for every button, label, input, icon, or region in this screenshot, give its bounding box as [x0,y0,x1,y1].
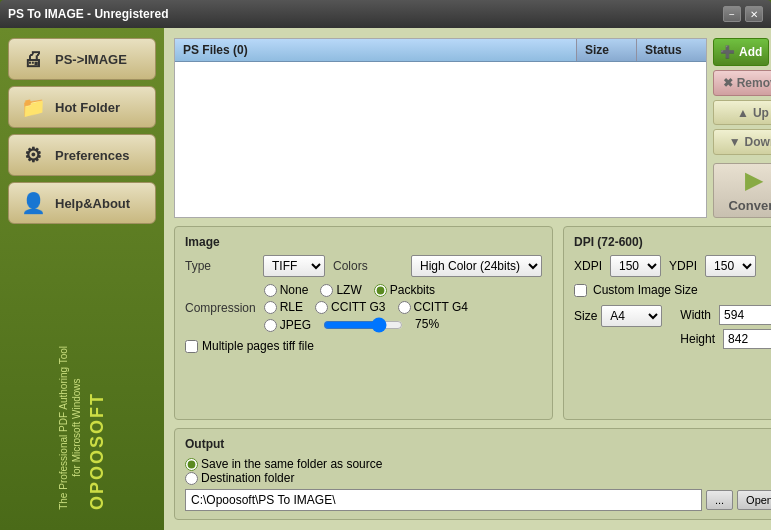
lzw-radio[interactable] [320,284,333,297]
image-settings-title: Image [185,235,542,249]
ccittg3-radio[interactable] [315,301,328,314]
sidebar-item-label: PS->IMAGE [55,52,127,67]
width-row: Width [680,305,771,325]
jpeg-option[interactable]: JPEG [264,317,311,333]
dest-folder-item[interactable]: Destination folder [185,471,294,485]
minimize-button[interactable]: − [723,6,741,22]
rle-radio[interactable] [264,301,277,314]
dest-folder-option: Destination folder [185,471,771,485]
dpi-title: DPI (72-600) [574,235,771,249]
width-label: Width [680,308,711,322]
height-row: Height [680,329,771,349]
output-area: Output Save in the same folder as source… [174,428,771,520]
settings-area: Image Type TIFF JPEG PNG BMP Colors High… [174,226,771,420]
down-icon: ▼ [729,135,741,149]
dpi-row: XDPI 7296100150200300600 YDPI 7296100150… [574,255,771,277]
sidebar-item-help-about[interactable]: 👤 Help&About [8,182,156,224]
close-button[interactable]: ✕ [745,6,763,22]
remove-label: Remove [737,76,771,90]
compression-row-1: None LZW Packbits [264,283,468,297]
size-label: Size [574,309,597,323]
ccittg4-option[interactable]: CCITT G4 [398,300,468,314]
add-label: Add [739,45,762,59]
sidebar-item-hot-folder[interactable]: 📁 Hot Folder [8,86,156,128]
size-fields: Width Height [680,305,771,349]
custom-size-row: Custom Image Size [574,283,771,297]
browse-button[interactable]: ... [706,490,733,510]
packbits-option[interactable]: Packbits [374,283,435,297]
packbits-radio[interactable] [374,284,387,297]
add-icon: ➕ [720,45,735,59]
ccittg3-option[interactable]: CCITT G3 [315,300,385,314]
none-option[interactable]: None [264,283,309,297]
convert-button[interactable]: ▶ Convert [713,163,771,218]
height-label: Height [680,332,715,346]
file-list-header: PS Files (0) Size Status [175,39,706,62]
path-row: ... Open [185,489,771,511]
width-input[interactable] [719,305,771,325]
remove-button[interactable]: ✖ Remove [713,70,771,96]
compression-row: Compression None LZW Packbits [185,283,542,333]
type-select[interactable]: TIFF JPEG PNG BMP [263,255,325,277]
custom-size-checkbox[interactable] [574,284,587,297]
multipage-label: Multiple pages tiff file [202,339,314,353]
ccittg4-radio[interactable] [398,301,411,314]
path-input[interactable] [185,489,702,511]
output-options: Save in the same folder as source [185,457,771,471]
app-title: PS To IMAGE - Unregistered [8,7,168,21]
compression-options: None LZW Packbits RLE [264,283,468,333]
play-icon: ▶ [745,168,762,194]
remove-icon: ✖ [723,76,733,90]
same-folder-option[interactable]: Save in the same folder as source [185,457,382,471]
folder-icon: 📁 [19,95,47,119]
dest-folder-label: Destination folder [201,471,294,485]
same-folder-radio[interactable] [185,458,198,471]
multipage-checkbox[interactable] [185,340,198,353]
sidebar-item-ps-image[interactable]: 🖨 PS->IMAGE [8,38,156,80]
colors-label: Colors [333,259,403,273]
up-label: Up [753,106,769,120]
col-size: Size [576,39,636,61]
up-button[interactable]: ▲ Up [713,100,771,126]
xdpi-select[interactable]: 7296100150200300600 [610,255,661,277]
rle-option[interactable]: RLE [264,300,303,314]
open-button[interactable]: Open [737,490,771,510]
sidebar-tagline: The Professional PDF Authoring Toolfor M… [57,346,83,510]
up-icon: ▲ [737,106,749,120]
height-input[interactable] [723,329,771,349]
quality-slider[interactable] [323,317,403,333]
main-content: PS Files (0) Size Status ➕ Add ... ✖ [164,28,771,530]
sidebar-item-preferences[interactable]: ⚙ Preferences [8,134,156,176]
quality-value: 75% [415,317,439,333]
window-controls: − ✕ [723,6,763,22]
down-button[interactable]: ▼ Down [713,129,771,155]
sidebar-item-label: Help&About [55,196,130,211]
add-button[interactable]: ➕ Add [713,38,769,66]
size-select[interactable]: A4A3LetterLegal [601,305,662,327]
sidebar-bottom: The Professional PDF Authoring Toolfor M… [8,346,156,520]
sidebar-item-label: Hot Folder [55,100,120,115]
lzw-option[interactable]: LZW [320,283,361,297]
compression-row-3: JPEG 75% [264,317,468,333]
down-label: Down [745,135,771,149]
dpi-settings: DPI (72-600) XDPI 7296100150200300600 YD… [563,226,771,420]
type-row: Type TIFF JPEG PNG BMP Colors High Color… [185,255,542,277]
jpeg-radio[interactable] [264,319,277,332]
ydpi-select[interactable]: 7296100150200300600 [705,255,756,277]
convert-label: Convert [728,198,771,213]
compression-label: Compression [185,301,256,315]
user-icon: 👤 [19,191,47,215]
size-area: Size A4A3LetterLegal Width Height [574,305,771,349]
brand-name: OPOOSOFT [87,392,108,510]
dest-folder-radio[interactable] [185,472,198,485]
colors-select[interactable]: High Color (24bits) True Color (32bits) … [411,255,542,277]
compression-row-2: RLE CCITT G3 CCITT G4 [264,300,468,314]
custom-size-label: Custom Image Size [593,283,698,297]
output-title: Output [185,437,771,451]
printer-icon: 🖨 [19,48,47,71]
type-label: Type [185,259,255,273]
none-radio[interactable] [264,284,277,297]
xdpi-label: XDPI [574,259,602,273]
app-body: 🖨 PS->IMAGE 📁 Hot Folder ⚙ Preferences 👤… [0,28,771,530]
multipage-row: Multiple pages tiff file [185,339,542,353]
